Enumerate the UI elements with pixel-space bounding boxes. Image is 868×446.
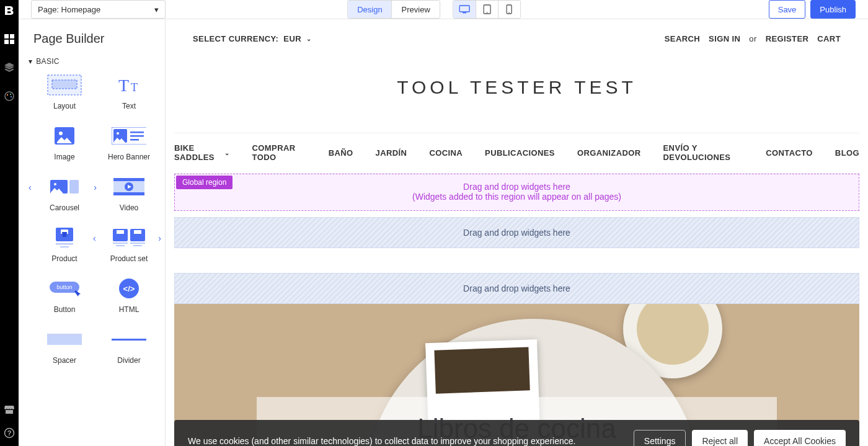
widget-panel: Page Builder ▾ BASIC Layout TT Text bbox=[19, 19, 166, 446]
theme-icon[interactable] bbox=[4, 91, 15, 102]
design-tab[interactable]: Design bbox=[348, 1, 391, 18]
svg-point-13 bbox=[487, 12, 488, 13]
nav-item[interactable]: JARDÍN bbox=[376, 143, 407, 162]
topbar: Page: Homepage ▾ Design Preview bbox=[19, 0, 868, 19]
store-title[interactable]: TOOL TESTER TEST bbox=[174, 50, 859, 133]
widget-layout[interactable]: Layout bbox=[33, 74, 95, 110]
save-button[interactable]: Save bbox=[769, 0, 806, 19]
widget-divider[interactable]: Divider bbox=[98, 329, 160, 365]
widget-hero-banner[interactable]: Hero Banner bbox=[98, 125, 160, 161]
svg-rect-0 bbox=[4, 34, 9, 38]
svg-text:button: button bbox=[56, 284, 72, 290]
widget-html[interactable]: </> HTML bbox=[98, 278, 160, 314]
svg-rect-45 bbox=[130, 243, 145, 244]
nav-item[interactable]: ENVÍO Y DEVOLUCIONES bbox=[663, 143, 744, 162]
svg-point-4 bbox=[5, 92, 14, 100]
dropzone[interactable]: Drag and drop widgets here bbox=[174, 273, 859, 304]
panel-section-basic[interactable]: ▾ BASIC bbox=[29, 57, 160, 66]
nav-item[interactable]: BAÑO bbox=[329, 143, 353, 162]
widgets-icon[interactable] bbox=[4, 33, 15, 45]
svg-rect-40 bbox=[117, 230, 124, 234]
widget-label: Text bbox=[122, 102, 136, 110]
widget-image[interactable]: Image bbox=[33, 125, 95, 161]
panel-title: Page Builder bbox=[33, 32, 160, 46]
widget-product[interactable]: Product bbox=[33, 227, 95, 263]
widget-video[interactable]: Video bbox=[98, 176, 160, 212]
widget-label: Video bbox=[120, 203, 138, 212]
nav-item[interactable]: CONTACTO bbox=[766, 143, 813, 162]
tablet-icon[interactable] bbox=[476, 1, 498, 18]
svg-point-15 bbox=[509, 12, 510, 12]
widget-spacer[interactable]: Spacer bbox=[33, 329, 95, 365]
chevron-left-icon: ‹ bbox=[29, 182, 32, 192]
layers-icon[interactable] bbox=[4, 62, 15, 73]
widget-text[interactable]: TT Text bbox=[98, 74, 160, 110]
nav-item[interactable]: PUBLICACIONES bbox=[485, 143, 555, 162]
chevron-right-icon: › bbox=[94, 182, 97, 192]
cookie-text: We use cookies (and other similar techno… bbox=[188, 436, 575, 446]
cookie-reject-button[interactable]: Reject all bbox=[692, 430, 748, 446]
nav-item[interactable]: BLOG bbox=[835, 143, 859, 162]
svg-point-6 bbox=[10, 94, 11, 95]
nav-item[interactable]: BIKE SADDLES ⌄ bbox=[174, 143, 230, 162]
preview-tab[interactable]: Preview bbox=[392, 1, 440, 18]
svg-point-5 bbox=[7, 94, 8, 96]
svg-rect-30 bbox=[69, 180, 79, 194]
widget-label: Product bbox=[51, 254, 77, 263]
widget-label: Button bbox=[54, 305, 76, 314]
signin-link[interactable]: SIGN IN bbox=[709, 34, 740, 43]
widget-label: Carousel bbox=[50, 203, 79, 212]
help-icon[interactable]: ? bbox=[4, 427, 15, 439]
chevron-down-icon: ⌄ bbox=[306, 35, 311, 42]
page-dropdown[interactable]: Page: Homepage ▾ bbox=[31, 0, 166, 19]
nav-item[interactable]: COCINA bbox=[429, 143, 463, 162]
svg-rect-10 bbox=[459, 6, 469, 12]
global-region-dropzone[interactable]: Global region Drag and drop widgets here… bbox=[174, 174, 859, 211]
svg-rect-51 bbox=[47, 334, 82, 345]
logo-icon[interactable] bbox=[4, 5, 15, 16]
svg-rect-26 bbox=[130, 135, 144, 137]
widget-carousel[interactable]: ‹ › Carousel bbox=[33, 176, 95, 212]
svg-point-7 bbox=[11, 96, 12, 97]
svg-rect-27 bbox=[130, 139, 139, 141]
svg-rect-33 bbox=[113, 192, 144, 195]
widget-button[interactable]: button Button bbox=[33, 278, 95, 314]
chevron-left-icon: ‹ bbox=[93, 233, 96, 243]
widget-product-set[interactable]: ‹ › Product set bbox=[98, 227, 160, 263]
or-text: or bbox=[749, 34, 756, 43]
chevron-right-icon: › bbox=[158, 233, 161, 243]
widget-label: Product set bbox=[110, 254, 148, 263]
svg-rect-32 bbox=[113, 178, 144, 181]
svg-rect-44 bbox=[134, 230, 141, 234]
store-icon[interactable] bbox=[4, 404, 15, 415]
cookie-accept-button[interactable]: Accept All Cookies bbox=[754, 430, 846, 446]
widget-label: Spacer bbox=[53, 356, 76, 365]
mobile-icon[interactable] bbox=[498, 1, 520, 18]
global-region-msg1: Drag and drop widgets here bbox=[175, 182, 859, 192]
dropzone[interactable]: Drag and drop widgets here bbox=[174, 217, 859, 248]
app-rail: ? bbox=[0, 0, 19, 446]
desktop-icon[interactable] bbox=[453, 1, 476, 18]
svg-rect-3 bbox=[10, 40, 14, 44]
svg-point-21 bbox=[59, 132, 63, 135]
cookie-settings-button[interactable]: Settings bbox=[634, 430, 686, 446]
svg-rect-42 bbox=[116, 245, 125, 246]
caret-down-icon: ▾ bbox=[29, 57, 32, 66]
widget-label: Hero Banner bbox=[108, 153, 150, 161]
widget-label: HTML bbox=[119, 305, 140, 314]
mode-toggle: Design Preview bbox=[347, 0, 440, 19]
publish-button[interactable]: Publish bbox=[810, 0, 856, 19]
svg-rect-11 bbox=[463, 12, 466, 13]
cart-link[interactable]: CART bbox=[817, 34, 841, 43]
canvas: SELECT CURRENCY: EUR ⌄ SEARCH SIGN IN or… bbox=[166, 19, 868, 446]
search-link[interactable]: SEARCH bbox=[665, 34, 700, 43]
storefront-topbar: SELECT CURRENCY: EUR ⌄ SEARCH SIGN IN or… bbox=[174, 28, 859, 50]
svg-rect-41 bbox=[113, 243, 128, 244]
svg-text:T: T bbox=[118, 76, 129, 95]
svg-rect-2 bbox=[4, 40, 9, 44]
currency-selector[interactable]: SELECT CURRENCY: EUR ⌄ bbox=[193, 34, 311, 43]
widget-label: Divider bbox=[117, 356, 140, 365]
nav-item[interactable]: COMPRAR TODO bbox=[252, 143, 306, 162]
register-link[interactable]: REGISTER bbox=[766, 34, 809, 43]
nav-item[interactable]: ORGANIZADOR bbox=[577, 143, 641, 162]
